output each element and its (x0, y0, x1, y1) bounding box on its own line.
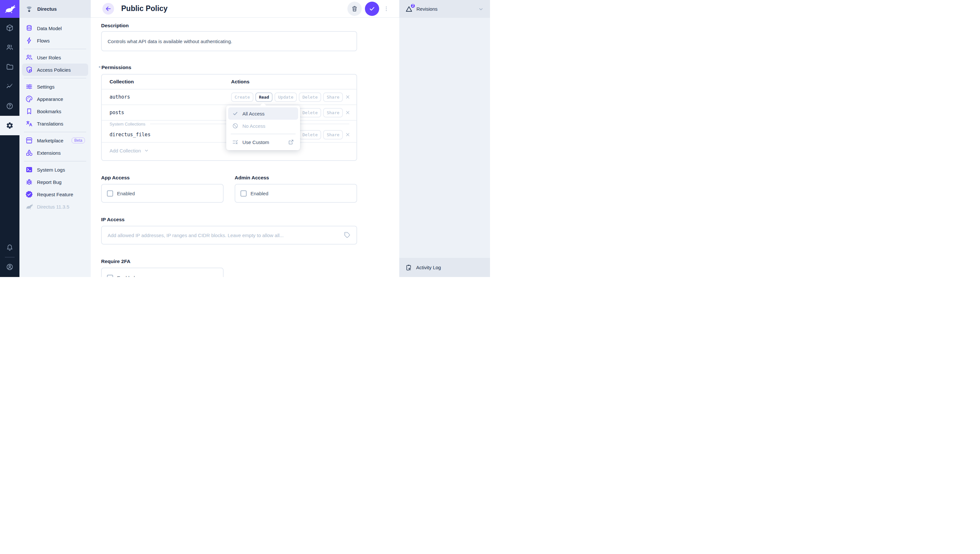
delete-permission-chip[interactable]: Delete (299, 130, 321, 139)
checkbox-label: Enabled (250, 191, 268, 196)
require-2fa-field: Enabled (101, 268, 224, 277)
settings-module-icon[interactable] (6, 121, 14, 129)
directus-logo[interactable] (0, 0, 19, 18)
nav-divider (24, 49, 86, 49)
add-collection-label: Add Collection (110, 148, 141, 153)
menu-item-label: Use Custom (242, 139, 269, 145)
revisions-label: Revisions (417, 6, 438, 12)
nav-divider (24, 161, 86, 161)
translate-icon (25, 120, 33, 128)
sidebar-item-settings[interactable]: Settings (22, 80, 88, 93)
check-icon (232, 110, 239, 117)
beta-badge: Beta (72, 137, 85, 144)
description-label: Description (101, 23, 129, 29)
collapse-chevron-icon[interactable] (478, 6, 484, 12)
sidebar-item-appearance[interactable]: Appearance (22, 93, 88, 105)
read-permission-chip[interactable]: Read (255, 93, 272, 102)
sidebar-item-label: Request Feature (37, 192, 73, 197)
bookmark-icon (25, 107, 33, 115)
sidebar-item-system-logs[interactable]: System Logs (22, 163, 88, 176)
project-name: Directus (37, 6, 57, 12)
remove-row-button[interactable] (345, 110, 351, 115)
description-value: Controls what API data is available with… (108, 38, 232, 44)
sidebar-item-label: Marketplace (37, 138, 64, 144)
sidebar-item-translations[interactable]: Translations (22, 117, 88, 130)
remove-row-button[interactable] (345, 94, 351, 100)
chevron-down-icon (143, 148, 150, 153)
user-avatar-icon[interactable] (6, 263, 14, 271)
sidebar-item-flows[interactable]: Flows (22, 34, 88, 47)
sidebar-item-label: Access Policies (37, 67, 71, 73)
sidebar-item-marketplace[interactable]: Marketplace Beta (22, 134, 88, 147)
bug-icon (25, 178, 33, 186)
app-access-checkbox[interactable] (107, 190, 113, 196)
save-button[interactable] (365, 2, 379, 16)
action-chips: Create Read Update Delete Share (231, 89, 351, 104)
checkbox-label: Enabled (117, 191, 135, 196)
delete-permission-chip[interactable]: Delete (299, 108, 321, 117)
share-permission-chip[interactable]: Share (323, 108, 343, 117)
revisions-section-header[interactable]: 2 Revisions (399, 0, 490, 18)
activity-log-label: Activity Log (416, 265, 441, 270)
revisions-delta-icon: 2 (405, 5, 413, 13)
delete-permission-chip[interactable]: Delete (299, 93, 321, 102)
create-permission-chip[interactable]: Create (231, 93, 253, 102)
sidebar-item-label: Settings (37, 84, 54, 89)
sidebar-item-report-bug[interactable]: Report Bug (22, 176, 88, 188)
collection-column-header: Collection (102, 79, 134, 85)
files-module-icon[interactable] (6, 63, 14, 71)
close-icon (345, 132, 351, 137)
sidebar-item-data-model[interactable]: Data Model (22, 22, 88, 34)
permissions-table-header: Collection Actions (102, 75, 356, 89)
sidebar-item-label: Data Model (37, 26, 62, 31)
project-header[interactable]: Directus (19, 0, 91, 18)
require-2fa-checkbox[interactable] (107, 275, 113, 277)
storefront-icon (25, 137, 33, 144)
update-permission-chip[interactable]: Update (275, 93, 297, 102)
share-permission-chip[interactable]: Share (323, 93, 343, 102)
sidebar-item-extensions[interactable]: Extensions (22, 147, 88, 159)
app-version: Directus 11.3.5 (37, 204, 69, 209)
require-2fa-row: Enabled (102, 268, 223, 277)
sidebar-item-label: Report Bug (37, 179, 62, 185)
sidebar-item-label: Extensions (37, 150, 60, 156)
remove-row-button[interactable] (345, 132, 351, 137)
ip-access-input[interactable]: Add allowed IP addresses, IP ranges and … (101, 226, 357, 244)
sidebar-item-label: Appearance (37, 96, 63, 102)
activity-log-section[interactable]: Activity Log (399, 258, 490, 277)
insights-module-icon[interactable] (6, 82, 14, 90)
sidebar-item-label: User Roles (37, 55, 61, 60)
share-permission-chip[interactable]: Share (323, 130, 343, 139)
sidebar-item-user-roles[interactable]: User Roles (22, 51, 88, 64)
content-module-icon[interactable] (6, 24, 14, 32)
help-module-icon[interactable] (6, 102, 14, 110)
collection-name: posts (102, 110, 124, 115)
sidebar-item-request-feature[interactable]: Request Feature (22, 188, 88, 200)
notifications-bell-icon[interactable] (6, 244, 14, 251)
rabbit-logo-icon (4, 3, 16, 15)
description-input[interactable]: Controls what API data is available with… (101, 31, 357, 51)
category-icon (25, 149, 33, 156)
menu-item-label: No Access (242, 123, 266, 129)
nav-divider (24, 132, 86, 133)
menu-item-label: All Access (242, 111, 264, 117)
collection-name: authors (102, 94, 130, 100)
admin-access-checkbox[interactable] (240, 190, 247, 196)
more-options-button[interactable] (382, 2, 390, 16)
back-button[interactable] (102, 3, 114, 14)
require-2fa-label: Require 2FA (101, 259, 130, 264)
check-icon (369, 5, 375, 12)
menu-item-use-custom[interactable]: Use Custom (228, 136, 298, 148)
sidebar-item-bookmarks[interactable]: Bookmarks (22, 105, 88, 117)
trash-icon (351, 5, 358, 12)
info-sidebar: 2 Revisions Activity Log (399, 0, 490, 277)
rabbit-icon (25, 203, 33, 211)
ip-access-placeholder: Add allowed IP addresses, IP ranges and … (108, 233, 283, 238)
menu-item-all-access[interactable]: All Access (228, 107, 298, 120)
sidebar-item-access-policies[interactable]: Access Policies (22, 64, 88, 76)
sidebar-item-label: Bookmarks (37, 109, 61, 114)
users-module-icon[interactable] (6, 43, 14, 51)
menu-item-no-access[interactable]: No Access (228, 120, 298, 132)
page-title: Public Policy (121, 4, 167, 13)
delete-button[interactable] (347, 2, 362, 16)
